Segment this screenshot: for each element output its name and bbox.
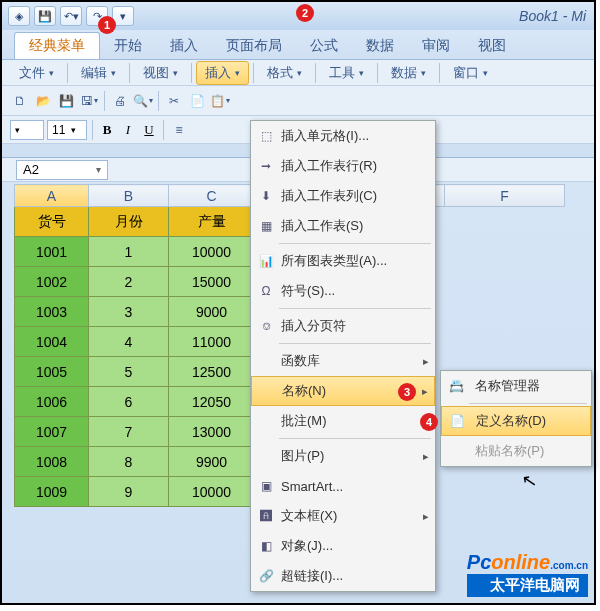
callout-marker-2: 2 [296,4,314,22]
tab-review[interactable]: 审阅 [408,33,464,59]
new-icon[interactable]: 🗋 [10,91,30,111]
save-icon[interactable]: 💾 [56,91,76,111]
underline-button[interactable]: U [140,121,158,139]
menu-data[interactable]: 数据 [382,61,435,85]
tab-data[interactable]: 数据 [352,33,408,59]
object-icon: ◧ [257,537,275,555]
menu-insert-row[interactable]: ➞插入工作表行(R) [251,151,435,181]
name-manager-icon: 📇 [447,377,465,395]
print-icon[interactable]: 🖨 [110,91,130,111]
menu-picture[interactable]: 图片(P) [251,441,435,471]
menu-function-lib[interactable]: 函数库 [251,346,435,376]
menu-page-break[interactable]: ⎊插入分页符 [251,311,435,341]
menu-all-charts[interactable]: 📊所有图表类型(A)... [251,246,435,276]
italic-button[interactable]: I [119,121,137,139]
tab-home[interactable]: 开始 [100,33,156,59]
watermark-tagline: 太平洋电脑网 [467,574,588,597]
undo-icon[interactable]: ↶▾ [60,6,82,26]
link-icon: 🔗 [257,567,275,585]
menu-edit[interactable]: 编辑 [72,61,125,85]
col-header-A[interactable]: A [15,185,89,207]
col-icon: ⬇ [257,187,275,205]
menu-insert-col[interactable]: ⬇插入工作表列(C) [251,181,435,211]
break-icon: ⎊ [257,317,275,335]
menu-textbox[interactable]: 🅰文本框(X) [251,501,435,531]
tab-formulas[interactable]: 公式 [296,33,352,59]
menu-smartart[interactable]: ▣SmartArt... [251,471,435,501]
tab-page-layout[interactable]: 页面布局 [212,33,296,59]
open-icon[interactable]: 📂 [33,91,53,111]
define-name-icon: 📄 [448,412,466,430]
classic-menu-bar: 文件 编辑 视图 插入 格式 工具 数据 窗口 [2,60,594,86]
col-header-F[interactable]: F [445,185,565,207]
menu-names[interactable]: 名称(N)3 [251,376,435,406]
menu-object[interactable]: ◧对象(J)... [251,531,435,561]
sheet-icon: ▦ [257,217,275,235]
watermark-brand: Pconline.com.cn [467,551,588,574]
paste-icon[interactable]: 📋 [210,91,230,111]
align-left-icon[interactable]: ≡ [169,120,189,140]
submenu-name-manager[interactable]: 📇名称管理器 [441,371,591,401]
menu-insert[interactable]: 插入 [196,61,249,85]
hdr-output[interactable]: 产量 [169,207,255,237]
watermark: Pconline.com.cn 太平洋电脑网 [467,551,588,597]
menu-file[interactable]: 文件 [10,61,63,85]
window-title: Book1 - Mi [519,8,586,24]
menu-comment[interactable]: 批注(M) [251,406,435,436]
name-box[interactable]: A2 [16,160,108,180]
save-as-icon[interactable]: 🖫 [79,91,99,111]
menu-tools[interactable]: 工具 [320,61,373,85]
callout-marker-1: 1 [98,16,116,34]
insert-menu-popup: ⬚插入单元格(I)... ➞插入工作表行(R) ⬇插入工作表列(C) ▦插入工作… [250,120,436,592]
office-button[interactable]: ◈ [8,6,30,26]
smartart-icon: ▣ [257,477,275,495]
menu-symbol[interactable]: Ω符号(S)... [251,276,435,306]
callout-marker-4: 4 [420,413,438,431]
cut-icon[interactable]: ✂ [164,91,184,111]
font-name-combo[interactable] [10,120,44,140]
row-icon: ➞ [257,157,275,175]
cells-icon: ⬚ [257,127,275,145]
menu-insert-sheet[interactable]: ▦插入工作表(S) [251,211,435,241]
font-size-combo[interactable]: 11 [47,120,87,140]
app-window: ◈ 💾 ↶▾ ↷ ▾ Book1 - Mi 1 经典菜单 开始 插入 页面布局 … [0,0,596,605]
submenu-define-name[interactable]: 📄定义名称(D)4 [441,406,591,436]
textbox-icon: 🅰 [257,507,275,525]
submenu-paste-name: 粘贴名称(P) [441,436,591,466]
menu-hyperlink[interactable]: 🔗超链接(I)... [251,561,435,591]
menu-view[interactable]: 视图 [134,61,187,85]
col-header-B[interactable]: B [89,185,169,207]
bold-button[interactable]: B [98,121,116,139]
tab-classic-menu[interactable]: 经典菜单 [14,32,100,59]
menu-format[interactable]: 格式 [258,61,311,85]
hdr-item-no[interactable]: 货号 [15,207,89,237]
menu-insert-cells[interactable]: ⬚插入单元格(I)... [251,121,435,151]
copy-icon[interactable]: 📄 [187,91,207,111]
tab-insert[interactable]: 插入 [156,33,212,59]
save-icon[interactable]: 💾 [34,6,56,26]
tab-view[interactable]: 视图 [464,33,520,59]
standard-toolbar: 🗋 📂 💾 🖫 🖨 🔍 ✂ 📄 📋 [2,86,594,116]
menu-window[interactable]: 窗口 [444,61,497,85]
callout-marker-3: 3 [398,383,416,401]
hdr-month[interactable]: 月份 [89,207,169,237]
chart-icon: 📊 [257,252,275,270]
col-header-C[interactable]: C [169,185,255,207]
omega-icon: Ω [257,282,275,300]
names-submenu: 📇名称管理器 📄定义名称(D)4 粘贴名称(P) [440,370,592,467]
preview-icon[interactable]: 🔍 [133,91,153,111]
ribbon-tabs: 经典菜单 开始 插入 页面布局 公式 数据 审阅 视图 2 [2,30,594,60]
